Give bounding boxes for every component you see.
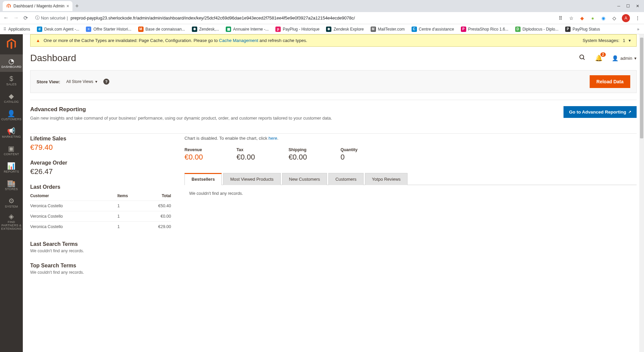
bookmark-item[interactable]: pPayPlug - Historique bbox=[275, 27, 319, 32]
cell-customer: Veronica Costello bbox=[30, 214, 117, 219]
bookmark-item[interactable]: MBase de connaissan... bbox=[138, 27, 185, 32]
magento-favicon bbox=[6, 3, 11, 9]
sidebar-item-find-partners-extensions[interactable]: ◈FIND PARTNERS & EXTENSIONS bbox=[0, 212, 23, 232]
magento-logo[interactable] bbox=[0, 34, 23, 54]
cache-management-link[interactable]: Cache Management bbox=[219, 38, 258, 43]
sidebar-item-catalog[interactable]: ◆CATALOG bbox=[0, 89, 23, 107]
close-tab-icon[interactable]: × bbox=[66, 3, 69, 9]
bookmark-item[interactable]: ✱Zendesk Explore bbox=[326, 27, 364, 32]
reload-data-button[interactable]: Reload Data bbox=[590, 75, 630, 88]
bookmark-label: MailTester.com bbox=[378, 27, 405, 32]
zendesk-icon: ✱ bbox=[192, 27, 197, 32]
minimize-icon[interactable]: ─ bbox=[617, 4, 620, 8]
external-link-icon: ↗ bbox=[628, 110, 631, 114]
ext-icon-4[interactable]: ◇ bbox=[611, 15, 617, 21]
bookmark-label: Desk.com Agent -... bbox=[44, 27, 79, 32]
table-row[interactable]: Veronica Costello1€0.00 bbox=[30, 211, 171, 221]
nav-icon: ◔ bbox=[8, 57, 14, 65]
bookmark-item[interactable]: DDiplodocus - Diplo... bbox=[515, 27, 558, 32]
advanced-reporting-button[interactable]: Go to Advanced Reporting ↗ bbox=[564, 106, 637, 118]
kpi-label: Tax bbox=[236, 147, 255, 152]
cell-customer: Veronica Costello bbox=[30, 204, 117, 208]
tab-new-customers[interactable]: New Customers bbox=[282, 173, 327, 185]
help-icon[interactable]: ? bbox=[103, 79, 109, 85]
address-bar[interactable]: ⓘ Non sécurisé | preprod-payplug23.sherl… bbox=[32, 13, 553, 23]
kpi-label: Revenue bbox=[184, 147, 203, 152]
bookmark-label: PrestaShop Rico 1.6... bbox=[468, 27, 508, 32]
vertical-scrollbar[interactable] bbox=[639, 34, 644, 352]
sidebar-item-sales[interactable]: $SALES bbox=[0, 72, 23, 89]
browser-menu-icon[interactable]: ⋮ bbox=[635, 15, 641, 21]
apps-icon: ⠿ bbox=[3, 27, 6, 32]
chevron-down-icon: ▾ bbox=[95, 79, 97, 84]
table-row[interactable]: Veronica Costello1€29.00 bbox=[30, 221, 171, 232]
browser-tab[interactable]: Dashboard / Magento Admin × bbox=[3, 1, 72, 11]
lifetime-sales-label: Lifetime Sales bbox=[30, 136, 171, 142]
sidebar-item-customers[interactable]: 👤CUSTOMERS bbox=[0, 107, 23, 124]
bookmark-item[interactable]: dDesk.com Agent -... bbox=[37, 27, 79, 32]
search-icon[interactable] bbox=[579, 54, 586, 62]
star-icon[interactable]: ☆ bbox=[568, 15, 574, 21]
main-content: ▲ One or more of the Cache Types are inv… bbox=[23, 34, 644, 352]
user-menu[interactable]: 👤 admin ▾ bbox=[612, 55, 637, 61]
bookmark-item[interactable]: MMailTester.com bbox=[371, 27, 405, 32]
sidebar-item-stores[interactable]: 🏬STORES bbox=[0, 177, 23, 194]
bookmarks-overflow-icon[interactable]: » bbox=[637, 27, 639, 32]
translate-icon[interactable]: ⠿ bbox=[557, 15, 564, 21]
lifetime-sales-value: €79.40 bbox=[30, 143, 171, 152]
scrollbar-thumb[interactable] bbox=[640, 38, 643, 138]
reload-browser-button[interactable]: ⟳ bbox=[23, 15, 28, 21]
nav-icon: 👤 bbox=[7, 110, 15, 117]
profile-avatar[interactable]: A bbox=[622, 14, 630, 22]
store-view-select[interactable]: All Store Views ▾ bbox=[66, 79, 97, 84]
bookmark-item[interactable]: ✱Zendesk,... bbox=[192, 27, 219, 32]
tab-yotpo-reviews[interactable]: Yotpo Reviews bbox=[365, 173, 408, 185]
cell-total: €0.00 bbox=[144, 214, 171, 219]
notifications-button[interactable]: 🔔 2 bbox=[595, 54, 602, 62]
bookmark-item[interactable]: PPrestaShop Rico 1.6... bbox=[461, 27, 508, 32]
admin-sidebar: ◔DASHBOARD$SALES◆CATALOG👤CUSTOMERS📢MARKE… bbox=[0, 34, 23, 352]
sidebar-item-dashboard[interactable]: ◔DASHBOARD bbox=[0, 54, 23, 72]
ext-icon-2[interactable]: ● bbox=[590, 15, 596, 21]
bookmark-item[interactable]: ≡Offre Starter Histori... bbox=[86, 27, 131, 32]
tab-most-viewed-products[interactable]: Most Viewed Products bbox=[223, 173, 280, 185]
kpi-shipping: Shipping€0.00 bbox=[288, 147, 307, 162]
maximize-icon[interactable]: ☐ bbox=[626, 4, 630, 8]
browser-toolbar: ← → ⟳ ⓘ Non sécurisé | preprod-payplug23… bbox=[0, 12, 644, 24]
close-window-icon[interactable]: ✕ bbox=[636, 4, 639, 8]
advanced-reporting-desc: Gain new insights and take command of yo… bbox=[30, 116, 332, 121]
security-info[interactable]: ⓘ Non sécurisé | bbox=[35, 15, 68, 21]
forward-button[interactable]: → bbox=[13, 15, 19, 21]
bookmarks-bar: ⠿ApplicationsdDesk.com Agent -...≡Offre … bbox=[0, 24, 644, 34]
warning-icon: ▲ bbox=[36, 38, 40, 43]
ext-icon-3[interactable]: ◉ bbox=[600, 15, 606, 21]
nav-label: DASHBOARD bbox=[1, 65, 22, 69]
table-row[interactable]: Veronica Costello1€50.40 bbox=[30, 201, 171, 211]
tab-customers[interactable]: Customers bbox=[328, 173, 364, 185]
bookmark-item[interactable]: PPayPlug Status bbox=[565, 27, 600, 32]
user-icon: 👤 bbox=[612, 55, 619, 61]
enable-chart-link[interactable]: here bbox=[269, 136, 277, 141]
average-order-value: €26.47 bbox=[30, 167, 171, 176]
bookmark-item[interactable]: ▦Annuaire Interne -... bbox=[226, 27, 269, 32]
sidebar-item-reports[interactable]: 📊REPORTS bbox=[0, 159, 23, 177]
tab-bestsellers[interactable]: Bestsellers bbox=[184, 173, 222, 185]
new-tab-button[interactable]: + bbox=[75, 3, 79, 10]
nav-label: STORES bbox=[4, 188, 19, 191]
tab-title: Dashboard / Magento Admin bbox=[13, 4, 64, 8]
bookmark-label: Diplodocus - Diplo... bbox=[523, 27, 558, 32]
nav-icon: 📊 bbox=[7, 162, 15, 170]
sidebar-item-content[interactable]: ▣CONTENT bbox=[0, 142, 23, 159]
bookmark-item[interactable]: ⠿Applications bbox=[3, 27, 30, 32]
ext-icon-1[interactable]: ◆ bbox=[579, 15, 585, 21]
bookmark-item[interactable]: CCentre d'assistance bbox=[412, 27, 454, 32]
system-message-bar: ▲ One or more of the Cache Types are inv… bbox=[30, 34, 637, 47]
kpi-revenue: Revenue€0.00 bbox=[184, 147, 203, 162]
chart-disabled-note: Chart is disabled. To enable the chart, … bbox=[184, 136, 637, 141]
sidebar-item-marketing[interactable]: 📢MARKETING bbox=[0, 124, 23, 142]
system-messages-toggle[interactable]: System Messages: 1 ▾ bbox=[583, 38, 631, 43]
bookmark-label: Centre d'assistance bbox=[419, 27, 454, 32]
sidebar-item-system[interactable]: ⚙SYSTEM bbox=[0, 194, 23, 212]
back-button[interactable]: ← bbox=[3, 15, 9, 21]
cell-total: €29.00 bbox=[144, 224, 171, 229]
